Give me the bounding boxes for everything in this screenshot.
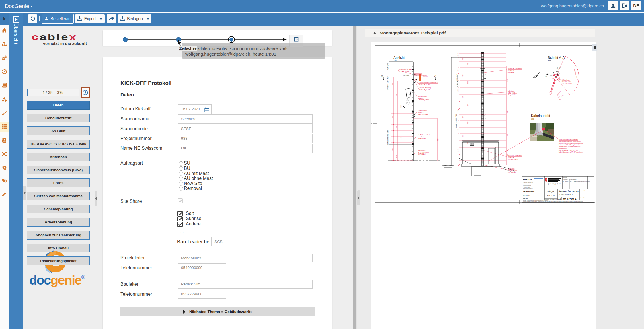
svg-text:SM20 (1994): SM20 (1994) — [556, 90, 561, 97]
svg-text:Kabelbaum: Kabelbaum — [508, 90, 514, 92]
svg-text:1x GPS-Halterung: 1x GPS-Halterung — [419, 87, 431, 89]
svg-text:Gen.: Gen. — [581, 194, 583, 195]
svg-text:470: 470 — [392, 82, 393, 85]
svg-text:Freigabe: Freigabe — [563, 177, 567, 178]
svg-text:1x Antennenhalterung zu ø159: 1x Antennenhalterung zu ø159 — [419, 82, 438, 83]
svg-text:500: 500 — [457, 69, 459, 71]
svg-text:530: 530 — [396, 94, 397, 96]
svg-text:1300: 1300 — [457, 149, 459, 152]
svg-text:Bauwesen der Schweiz: Bauwesen der Schweiz — [548, 184, 558, 186]
svg-text:Kode: Kode — [523, 190, 525, 191]
svg-text:und abdichten.: und abdichten. — [559, 148, 567, 149]
svg-text:bm: bm — [570, 181, 571, 182]
svg-text:8500: 8500 — [437, 137, 439, 141]
svg-text:Massstab: Massstab — [549, 194, 553, 195]
svg-text:RRU 2/8 sw Pl.44 ref: RRU 2/8 sw Pl.44 ref — [574, 69, 578, 81]
svg-text:1:50 / 1:50: 1:50 / 1:50 — [547, 195, 555, 197]
svg-text:Az 40° (??): Az 40° (??) — [559, 94, 564, 100]
svg-text:1620: 1620 — [457, 53, 459, 56]
svg-text:Kabelöffnung am berghörenden: Kabelöffnung am berghörenden — [559, 139, 578, 140]
svg-text:1:50: 1:50 — [531, 118, 534, 120]
svg-text:1x Kabelbride: 1x Kabelbride — [418, 110, 427, 112]
svg-text:(1.9 L=6620mm: (1.9 L=6620mm — [508, 92, 517, 94]
svg-text:CIV. E. P.M ENGINEERING: CIV. E. P.M ENGINEERING — [523, 183, 537, 185]
svg-text:2x Halterung zu ø159: 2x Halterung zu ø159 — [399, 69, 412, 70]
svg-text:zu ø323.9: zu ø323.9 — [508, 70, 514, 71]
svg-text:zu ø214.1: zu ø214.1 — [418, 112, 425, 114]
svg-text:Kabelbaum: Kabelbaum — [418, 150, 425, 151]
svg-text:4159: 4159 — [400, 137, 402, 140]
svg-text:+45.30m: +45.30m — [422, 75, 428, 77]
svg-text:ARMASUISSE: ARMASUISSE — [523, 191, 534, 193]
svg-text:s.Pl. S19_017577: s.Pl. S19_017577 — [562, 83, 572, 84]
svg-text:sPl. N38_0#0##6: sPl. N38_0#0##6 — [508, 159, 518, 160]
svg-text:8x Kabelbride: 8x Kabelbride — [562, 79, 570, 81]
svg-text:P. 10 L=6000mm: P. 10 L=6000mm — [418, 152, 429, 153]
svg-text:zu ø406.4: zu ø406.4 — [508, 157, 514, 158]
svg-text:319_017369_A: 319_017369_A — [563, 198, 577, 200]
svg-text:1:20: 1:20 — [548, 60, 551, 62]
svg-text:700: 700 — [457, 110, 459, 112]
svg-text:zu ø159: zu ø159 — [418, 98, 424, 99]
svg-text:760: 760 — [462, 58, 464, 60]
svg-text:4x Bride zu Kabelbaum: 4x Bride zu Kabelbaum — [418, 134, 433, 136]
svg-text:Kabelaustritt: Kabelaustritt — [531, 114, 550, 118]
svg-text:4000: 4000 — [467, 81, 469, 84]
svg-text:S#7_0021 H: S#7_0021 H — [418, 153, 426, 155]
svg-text:1x dB-650 / 1x GPS: 1x dB-650 / 1x GPS — [559, 194, 573, 195]
svg-text:LTC/Chax... 10/Rev01 anbaut: LTC/Chax... 10/Rev01 anbaut — [563, 179, 576, 180]
svg-text:A: A — [434, 74, 436, 77]
svg-text:GB: BZ: GB: BZ — [523, 197, 528, 199]
svg-text:Ersatz für: Ersatz für — [581, 197, 585, 198]
svg-text:5480: 5480 — [506, 110, 508, 113]
svg-text:1640: 1640 — [392, 116, 393, 118]
svg-text:1:50: 1:50 — [394, 60, 397, 62]
svg-text:Nr. Änderungen antwort. Kontro: Nr. Änderungen antwort. Kontrolliert — [574, 181, 590, 182]
svg-text:ø159: ø159 — [544, 76, 547, 77]
svg-text:Abt. PL: Abt. PL — [523, 194, 526, 195]
svg-text:Abdichtungskit, verdighren wäh: Abdichtungskit, verdighren während — [559, 146, 581, 147]
svg-text:5205: 5205 — [396, 155, 397, 158]
svg-text:800: 800 — [506, 134, 508, 136]
svg-text:s.Pl. N38_000898: s.Pl. N38_000898 — [399, 71, 409, 72]
svg-text:s.Pl. S48_017349: s.Pl. S48_017349 — [419, 84, 430, 85]
svg-text:A3: A3 — [558, 198, 561, 200]
svg-text:500: 500 — [462, 96, 464, 98]
svg-text:Typ: Typ — [559, 190, 560, 191]
svg-text:MONTAGEÜBERSICHT: MONTAGEÜBERSICHT — [559, 190, 579, 193]
svg-text:1000: 1000 — [457, 128, 459, 131]
svg-text:Projekt Nr. 4: Projekt Nr. 4 — [548, 190, 554, 191]
svg-text:5205: 5205 — [392, 148, 393, 151]
svg-text:MASSTOLERANZEN GEMÄSS SIA 118;: MASSTOLERANZEN GEMÄSS SIA 118; ABWEICHUN… — [523, 201, 583, 203]
svg-text:SGT_962111: SGT_962111 — [508, 172, 516, 173]
svg-text:8x Kabelbride: 8x Kabelbride — [418, 96, 427, 97]
svg-text:Kabelhalterungen auf Az 40° mo: Kabelhalterungen auf Az 40° montieren. — [559, 151, 583, 153]
svg-text:5205: 5205 — [400, 105, 402, 108]
svg-text:Hitz und Partner AG: Hitz und Partner AG — [523, 182, 533, 183]
svg-text:Bezirk: Bezirk — [565, 181, 568, 182]
svg-text:Postfach 128: Postfach 128 — [523, 186, 530, 188]
svg-text:1400: 1400 — [506, 79, 508, 82]
svg-text:4x Bride zu Kabelbaum: 4x Bride zu Kabelbaum — [508, 68, 522, 69]
svg-text:Schnitt 1 ø406.4 - 7350: Schnitt 1 ø406.4 - 7350 — [456, 114, 457, 128]
svg-text:Ansicht: Ansicht — [393, 56, 405, 60]
svg-text:Schraube 4 ø159 - 2500: Schraube 4 ø159 - 2500 — [387, 76, 389, 90]
svg-text:Schnitt 2 ø323.9 - 8970: Schnitt 2 ø323.9 - 8970 — [457, 74, 458, 87]
svg-text:1500: 1500 — [467, 121, 469, 124]
svg-text:300: 300 — [462, 116, 464, 118]
svg-text:m. ø159 - A=40°: m. ø159 - A=40° — [562, 81, 571, 83]
svg-text:Tiefenaustrasse 2: Tiefenaustrasse 2 — [523, 185, 532, 186]
svg-text:Kabelschacht bauseits beiden ö: Kabelschacht bauseits beiden öffnen. — [559, 141, 581, 142]
svg-text:zu ø214.1: zu ø214.1 — [418, 136, 425, 138]
svg-text:INTA_93: INTA_93 — [547, 191, 554, 193]
svg-text:s.Pl. S70_004925: s.Pl. S70_004925 — [418, 114, 429, 115]
svg-text:Gezeichn. + Datum 10.02.11: Gezeichn. + Datum 10.02.11 — [545, 198, 558, 199]
svg-text:Bearbeitg. alt Datum 07.03.: Bearbeitg. alt Datum 07.03.11 — [545, 199, 558, 200]
svg-text:1700: 1700 — [462, 74, 464, 77]
svg-text:N38_n09#28: N38_n09#28 — [418, 138, 426, 139]
svg-text:Schraube 3 ø219.1 - 7270: Schraube 3 ø219.1 - 7270 — [387, 130, 389, 145]
svg-text:200: 200 — [467, 63, 469, 65]
svg-text:4-917#NA: 4-917#NA — [508, 72, 514, 73]
svg-text:700: 700 — [467, 142, 469, 144]
svg-text:4x Bride zu Kabelbaum: 4x Bride zu Kabelbaum — [508, 155, 522, 156]
